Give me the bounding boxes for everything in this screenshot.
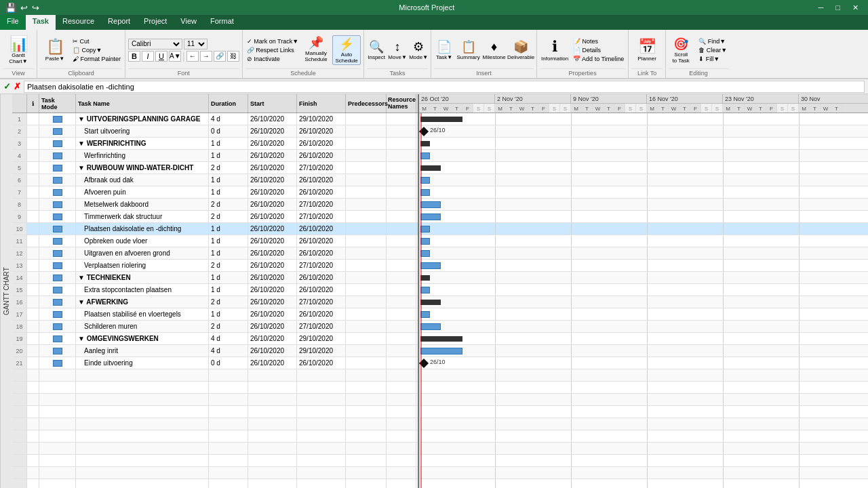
row-duration[interactable]: 1 d bbox=[209, 223, 248, 235]
row-duration[interactable]: 1 d bbox=[209, 174, 248, 186]
table-row[interactable] bbox=[12, 406, 418, 418]
row-pred[interactable] bbox=[346, 223, 387, 235]
row-pred[interactable] bbox=[346, 199, 387, 210]
row-pred[interactable] bbox=[346, 284, 387, 296]
row-name[interactable]: Plaatsen stabilisé en vloertegels bbox=[76, 308, 209, 320]
table-row[interactable]: 14 ▼ TECHNIEKEN 1 d 26/10/2020 26/10/202… bbox=[12, 272, 418, 284]
gantt-row[interactable] bbox=[419, 308, 868, 321]
row-duration[interactable]: 2 d bbox=[209, 296, 248, 308]
gantt-row[interactable] bbox=[419, 199, 868, 211]
row-resource[interactable] bbox=[387, 113, 416, 125]
tab-view[interactable]: View bbox=[174, 15, 203, 30]
quick-access-redo[interactable]: ↪ bbox=[32, 3, 39, 13]
row-start[interactable]: 26/10/2020 bbox=[248, 308, 297, 320]
gantt-row[interactable] bbox=[419, 284, 868, 296]
row-duration[interactable]: 1 d bbox=[209, 272, 248, 283]
row-start[interactable]: 26/10/2020 bbox=[248, 174, 297, 186]
row-resource[interactable] bbox=[387, 455, 416, 466]
row-start[interactable] bbox=[248, 394, 297, 405]
row-pred[interactable] bbox=[346, 406, 387, 418]
copy-button[interactable]: 📋 Copy▼ bbox=[71, 46, 122, 54]
col-header-predecessors[interactable]: Predecessors bbox=[346, 94, 387, 113]
row-resource[interactable] bbox=[387, 321, 416, 332]
row-pred[interactable] bbox=[346, 369, 387, 381]
row-resource[interactable] bbox=[387, 430, 416, 442]
row-finish[interactable]: 26/10/2020 bbox=[297, 235, 346, 247]
row-resource[interactable] bbox=[387, 125, 416, 137]
table-row[interactable]: 1 ▼ UITVOERINGSPLANNING GARAGE 4 d 26/10… bbox=[12, 113, 418, 125]
table-row[interactable] bbox=[12, 382, 418, 394]
row-start[interactable]: 26/10/2020 bbox=[248, 125, 297, 137]
row-pred[interactable] bbox=[346, 186, 387, 198]
row-resource[interactable] bbox=[387, 211, 416, 222]
formula-x[interactable]: ✗ bbox=[14, 81, 21, 92]
row-name[interactable] bbox=[76, 455, 209, 466]
information-button[interactable]: ℹ Information bbox=[540, 38, 570, 62]
row-finish[interactable]: 26/10/2020 bbox=[297, 125, 346, 137]
row-duration[interactable] bbox=[209, 430, 248, 442]
table-row[interactable]: 11 Opbreken oude vloer 1 d 26/10/2020 26… bbox=[12, 235, 418, 247]
row-finish[interactable] bbox=[297, 382, 346, 393]
row-pred[interactable] bbox=[346, 345, 387, 357]
row-name[interactable]: Start uitvoering bbox=[76, 125, 209, 137]
row-resource[interactable] bbox=[387, 150, 416, 161]
row-duration[interactable] bbox=[209, 382, 248, 393]
row-start[interactable]: 26/10/2020 bbox=[248, 321, 297, 332]
row-start[interactable]: 26/10/2020 bbox=[248, 162, 297, 174]
row-duration[interactable] bbox=[209, 455, 248, 466]
row-duration[interactable]: 1 d bbox=[209, 284, 248, 296]
col-header-resource[interactable]: ResourceNames bbox=[387, 94, 416, 113]
gantt-row[interactable] bbox=[419, 260, 868, 272]
table-row[interactable] bbox=[12, 418, 418, 430]
row-start[interactable]: 26/10/2020 bbox=[248, 186, 297, 198]
row-finish[interactable] bbox=[297, 369, 346, 381]
row-finish[interactable] bbox=[297, 467, 346, 479]
link-button[interactable]: 🔗 bbox=[214, 51, 226, 62]
row-duration[interactable]: 2 d bbox=[209, 321, 248, 332]
row-finish[interactable]: 26/10/2020 bbox=[297, 284, 346, 296]
row-duration[interactable] bbox=[209, 406, 248, 418]
table-row[interactable] bbox=[12, 467, 418, 479]
row-duration[interactable]: 2 d bbox=[209, 199, 248, 210]
italic-button[interactable]: I bbox=[142, 51, 154, 62]
row-finish[interactable]: 26/10/2020 bbox=[297, 247, 346, 259]
mode-button[interactable]: ⚙ Mode▼ bbox=[409, 39, 428, 60]
row-finish[interactable]: 26/10/2020 bbox=[297, 272, 346, 283]
row-duration[interactable] bbox=[209, 443, 248, 454]
row-pred[interactable] bbox=[346, 113, 387, 125]
row-duration[interactable]: 1 d bbox=[209, 247, 248, 259]
row-duration[interactable]: 2 d bbox=[209, 260, 248, 271]
col-header-start[interactable]: Start bbox=[248, 94, 297, 113]
row-name[interactable]: Werfinrichting bbox=[76, 150, 209, 161]
quick-access-save[interactable]: 💾 bbox=[5, 3, 16, 13]
gantt-row[interactable] bbox=[419, 186, 868, 199]
row-start[interactable]: 26/10/2020 bbox=[248, 333, 297, 344]
row-name[interactable] bbox=[76, 406, 209, 418]
row-pred[interactable] bbox=[346, 430, 387, 442]
row-start[interactable]: 26/10/2020 bbox=[248, 296, 297, 308]
row-finish[interactable]: 27/10/2020 bbox=[297, 211, 346, 222]
indent-increase-button[interactable]: → bbox=[200, 51, 212, 62]
row-finish[interactable]: 27/10/2020 bbox=[297, 162, 346, 174]
fill-button[interactable]: ⬇ Fill▼ bbox=[697, 55, 728, 63]
row-duration[interactable]: 1 d bbox=[209, 308, 248, 320]
row-start[interactable]: 26/10/2020 bbox=[248, 199, 297, 210]
tab-file[interactable]: File bbox=[0, 15, 26, 30]
row-duration[interactable] bbox=[209, 418, 248, 430]
planner-button[interactable]: 📅 Planner bbox=[632, 38, 662, 62]
add-to-timeline-button[interactable]: 📅 Add to Timeline bbox=[572, 55, 625, 63]
row-resource[interactable] bbox=[387, 199, 416, 210]
row-name[interactable] bbox=[76, 418, 209, 430]
row-name[interactable]: Timmerwerk dak structuur bbox=[76, 211, 209, 222]
row-name[interactable]: Extra stopcontacten plaatsen bbox=[76, 284, 209, 296]
row-resource[interactable] bbox=[387, 333, 416, 344]
table-row[interactable]: 16 ▼ AFWERKING 2 d 26/10/2020 27/10/2020 bbox=[12, 296, 418, 308]
table-row[interactable] bbox=[12, 479, 418, 488]
gantt-row[interactable] bbox=[419, 113, 868, 125]
row-name[interactable]: Plaatsen dakisolatie en -dichting bbox=[76, 223, 209, 235]
row-finish[interactable] bbox=[297, 430, 346, 442]
row-resource[interactable] bbox=[387, 138, 416, 149]
row-start[interactable]: 26/10/2020 bbox=[248, 235, 297, 247]
table-row[interactable]: 2 Start uitvoering 0 d 26/10/2020 26/10/… bbox=[12, 125, 418, 138]
gantt-row[interactable] bbox=[419, 223, 868, 235]
